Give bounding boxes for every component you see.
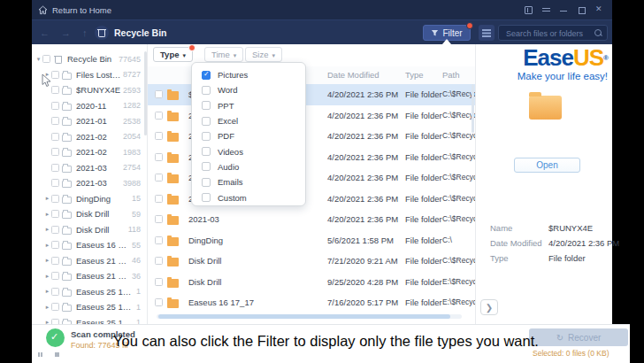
tree-item[interactable]: ▸ Easeus 25 12_51 1 [32,284,147,300]
back-button[interactable] [40,28,50,38]
tree-item[interactable]: ▸ Easeus 16 17_17 55 [32,237,147,253]
up-button[interactable] [82,28,88,38]
tree-item[interactable]: ▾ Recycle Bin 77645 [32,51,147,67]
row-checkbox[interactable] [155,90,163,98]
row-checkbox[interactable] [155,174,163,182]
expand-arrow-icon[interactable]: ▸ [43,226,51,233]
tree-item-checkbox[interactable] [51,257,59,265]
column-header-date[interactable]: Date Modified [327,66,380,84]
expand-arrow-icon[interactable]: ▸ [43,242,51,249]
expand-arrow-icon[interactable]: ▸ [43,257,51,264]
expand-arrow-icon[interactable]: ▸ [43,288,51,295]
tree-item[interactable]: ▸ Easeus 25 15_36 1 [32,315,147,325]
tree-item-checkbox[interactable] [51,288,59,296]
tree-item-checkbox[interactable] [51,226,59,234]
register-icon[interactable] [525,6,533,14]
tree-item[interactable]: ▸ Disk Drill 118 [32,222,147,238]
tree-item-checkbox[interactable] [51,210,59,218]
search-icon[interactable] [594,29,602,36]
tree-item[interactable]: 2020-11 1282 [32,98,147,114]
filter-option[interactable]: PDF [192,128,305,143]
minimize-button[interactable] [560,6,568,14]
search-input[interactable] [504,27,592,41]
row-checkbox[interactable] [155,112,163,120]
tree-item[interactable]: ▸ Easeus 21 09_59 46 [32,253,147,269]
tree-item-checkbox[interactable] [51,179,59,187]
row-checkbox[interactable] [155,257,163,265]
pause-icon[interactable] [38,352,43,358]
size-filter-chip[interactable]: Size [245,47,282,62]
row-checkbox[interactable] [155,278,163,286]
tree-item[interactable]: ▸ Easeus 21 09_59 36 [32,268,147,284]
row-checkbox[interactable] [155,195,163,203]
filter-option-checkbox[interactable] [202,117,211,126]
expand-arrow-icon[interactable]: ▸ [43,304,51,311]
filter-option-checkbox[interactable] [202,101,211,110]
tree-item-checkbox[interactable] [51,303,59,311]
tree-item-checkbox[interactable] [42,55,50,63]
filter-option[interactable]: Custom [192,189,305,205]
tree-item[interactable]: ▸ DingDing 15 [32,191,147,207]
maximize-button[interactable] [578,6,586,14]
tree-item[interactable]: 2021-01 2538 [32,113,147,129]
column-header-path[interactable]: Path [442,66,460,84]
forward-button[interactable] [61,28,71,38]
filter-option-checkbox[interactable] [202,178,211,187]
tree-item-checkbox[interactable] [51,117,59,125]
tree-item-checkbox[interactable] [51,102,59,110]
filter-option[interactable]: Audio [192,159,305,174]
filter-option-checkbox[interactable] [202,162,211,171]
filter-option[interactable]: Pictures [192,67,305,82]
table-row[interactable]: Disk Drill 7/21/2020 9:21 AM File folder… [148,251,475,272]
stop-icon[interactable] [55,352,59,357]
return-home-button[interactable]: Return to Home [38,0,111,19]
tree-scrollbar[interactable] [144,51,147,135]
close-button[interactable] [595,6,603,14]
vertical-scrollbar-thumb[interactable] [472,84,474,133]
expand-arrow-icon[interactable]: ▸ [43,273,51,280]
filter-option[interactable]: Excel [192,113,305,128]
filter-option-checkbox[interactable] [202,193,211,202]
filter-option[interactable]: Emails [192,174,305,189]
table-row[interactable]: Easeus 16 17_17 7/16/2020 5:17 PM File f… [148,292,475,313]
view-options-button[interactable] [479,25,494,41]
expand-arrow-icon[interactable]: ▾ [34,56,42,63]
column-header-type[interactable]: Type [405,66,424,84]
horizontal-scrollbar-thumb[interactable] [158,314,450,319]
tree-item-checkbox[interactable] [51,241,59,249]
table-row[interactable]: Disk Drill 9/25/2020 4:28 PM File folder… [148,272,475,293]
row-checkbox[interactable] [155,236,163,244]
tree-item-checkbox[interactable] [51,148,59,156]
filter-option[interactable]: Word [192,82,305,97]
row-checkbox[interactable] [155,153,163,161]
tree-item-checkbox[interactable] [51,195,59,203]
expand-arrow-icon[interactable]: ▸ [43,211,51,218]
recover-button[interactable]: Recover [529,328,628,346]
expand-panel-button[interactable]: ❯ [480,299,498,315]
tree-item-checkbox[interactable] [51,133,59,141]
expand-arrow-icon[interactable]: ▸ [43,195,51,202]
tree-item[interactable]: ▸ Easeus 25 13_01 1 [32,299,147,315]
tree-item-checkbox[interactable] [51,71,59,79]
tree-item-checkbox[interactable] [51,86,59,94]
row-checkbox[interactable] [155,132,163,140]
menu-icon[interactable] [542,7,550,13]
filter-option-checkbox[interactable] [202,132,211,141]
tree-item[interactable]: 2021-03 2754 [32,160,147,176]
filter-option-checkbox[interactable] [202,86,211,95]
tree-item-checkbox[interactable] [51,272,59,280]
row-checkbox[interactable] [155,215,163,223]
row-checkbox[interactable] [155,298,163,306]
tree-item[interactable]: 2021-02 2054 [32,129,147,145]
filter-option-checkbox[interactable] [202,71,211,80]
horizontal-scrollbar[interactable] [157,314,462,319]
tree-item[interactable]: 2021-02 1983 [32,144,147,160]
table-row[interactable]: 2021-03 4/20/2021 2:36 PM File folder C:… [148,209,475,230]
open-button[interactable]: Open [514,158,580,173]
tree-item[interactable]: ▸ Disk Drill 59 [32,206,147,222]
filter-option-checkbox[interactable] [202,147,211,156]
time-filter-chip[interactable]: Time [204,47,243,62]
filter-option[interactable]: PPT [192,98,305,113]
type-filter-chip[interactable]: Type [153,47,193,62]
tree-item-checkbox[interactable] [51,164,59,172]
